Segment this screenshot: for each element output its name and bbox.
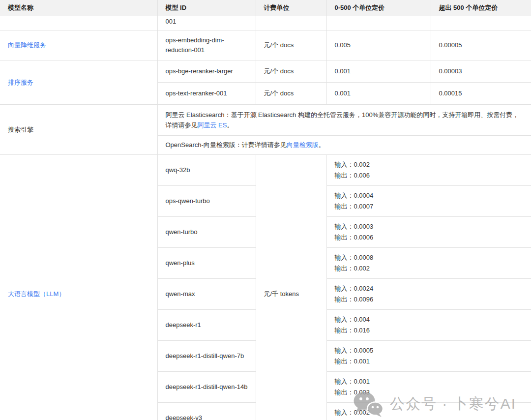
cell-search-engine-opensearch: OpenSearch-向量检索版：计费详情请参见向量检索版。 [157,136,531,155]
cell-model-id: deepseek-r1 [157,310,256,341]
input-price-label: 输入： [335,316,354,323]
output-price-value: 0.0006 [354,234,374,241]
cell-price-over-500: 0.00003 [431,60,531,83]
input-price-value: 0.004 [354,316,370,323]
output-price-label: 输出： [335,389,354,396]
cell-llm-pricing: 输入：0.0024 输出：0.0096 [326,279,531,310]
cell-model-id: ops-embedding-dim-reduction-001 [157,30,256,60]
cell-price-0-500: 0.005 [326,30,431,60]
cell-model-id: deepseek-r1-distill-qwen-7b [157,341,256,372]
input-price-value: 0.0008 [354,254,374,261]
column-header-model-name: 模型名称 [0,0,157,16]
input-price-value: 0.0005 [354,347,374,354]
link-llm[interactable]: 大语言模型（LLM） [8,290,65,298]
cell-price-0-500: 0.001 [326,60,431,83]
cell-llm-pricing: 输入：0.0008 输出：0.002 [326,248,531,279]
output-price-label: 输出： [335,327,354,334]
output-price-label: 输出： [335,265,354,272]
input-price-value: 0.002 [354,161,370,168]
column-header-billing-unit: 计费单位 [256,0,326,16]
pricing-table: 模型名称 模型 ID 计费单位 0-500 个单位定价 超出 500 个单位定价… [0,0,531,420]
table-row-dim-reduction: 向量降维服务 ops-embedding-dim-reduction-001 元… [0,30,531,60]
output-price-label: 输出： [335,358,354,365]
cell-category-name: 排序服务 [0,60,157,105]
cell-model-id: qwen-turbo [157,217,256,248]
output-price-label: 输出： [335,172,354,179]
output-price-value: 0.006 [354,172,370,179]
output-price-value: 0.016 [354,327,370,334]
column-header-price-over-500: 超出 500 个单位定价 [431,0,531,16]
opensearch-description: OpenSearch-向量检索版：计费详情请参见 [166,141,287,149]
cell-llm-pricing: 输入：0.002 输出：0.008 [326,403,531,420]
input-price-label: 输入： [335,285,354,292]
output-price-value: 0.001 [354,358,370,365]
input-price-label: 输入： [335,347,354,354]
input-price-label: 输入： [335,378,354,385]
cell-model-id: ops-bge-reranker-larger [157,60,256,83]
cell-model-id: qwen-plus [157,248,256,279]
cell-search-engine-es: 阿里云 Elasticsearch：基于开源 Elasticsearch 构建的… [157,105,531,136]
cell-price-0-500: 0.001 [326,83,431,105]
cell-billing-unit: 元/个 docs [256,83,326,105]
cell-category-name: 搜索引擎 [0,105,157,155]
output-price-value: 0.003 [354,389,370,396]
search-engine-label: 搜索引擎 [8,126,33,133]
cell-model-id: ops-qwen-turbo [157,186,256,217]
link-vector-search[interactable]: 向量检索版 [287,141,319,149]
cell-billing-unit: 元/千 tokens [256,155,326,420]
cell-model-id: qwq-32b [157,155,256,186]
input-price-label: 输入： [335,161,354,168]
table-row-llm-1: 大语言模型（LLM） qwq-32b 元/千 tokens 输入：0.002 输… [0,155,531,186]
table-row-search-engine-1: 搜索引擎 阿里云 Elasticsearch：基于开源 Elasticsearc… [0,105,531,136]
table-row-partial: 001 [0,16,531,30]
cell-price-over-500: 0.00005 [431,30,531,60]
cell-llm-pricing: 输入：0.0003 输出：0.0006 [326,217,531,248]
output-price-value: 0.002 [354,265,370,272]
cell-model-id: ops-text-reranker-001 [157,83,256,105]
output-price-label: 输出： [335,203,354,210]
link-dim-reduction-service[interactable]: 向量降维服务 [8,41,46,49]
cell-price-over-500: 0.00015 [431,83,531,105]
cell-model-id: qwen-max [157,279,256,310]
input-price-label: 输入： [335,223,354,230]
cell-category-name: 大语言模型（LLM） [0,155,157,420]
cell-billing-unit: 元/个 docs [256,60,326,83]
output-price-value: 0.0007 [354,203,374,210]
cell-empty [326,16,431,30]
output-price-label: 输出： [335,234,354,241]
cell-category-name: 向量降维服务 [0,30,157,60]
cell-empty [431,16,531,30]
es-description-end: 。 [227,121,233,129]
cell-model-id: deepseek-r1-distill-qwen-14b [157,372,256,403]
column-header-model-id: 模型 ID [157,0,256,16]
input-price-value: 0.0003 [354,223,374,230]
input-price-label: 输入： [335,192,354,199]
input-price-value: 0.001 [354,378,370,385]
cell-model-id: deepseek-v3 [157,403,256,420]
cell-llm-pricing: 输入：0.0004 输出：0.0007 [326,186,531,217]
cell-empty [256,16,326,30]
cell-llm-pricing: 输入：0.0005 输出：0.001 [326,341,531,372]
cell-model-id-tail: 001 [157,16,256,30]
header-row: 模型名称 模型 ID 计费单位 0-500 个单位定价 超出 500 个单位定价 [0,0,531,16]
input-price-value: 0.0004 [354,192,374,199]
cell-empty-name [0,16,157,30]
cell-llm-pricing: 输入：0.001 输出：0.003 [326,372,531,403]
cell-llm-pricing: 输入：0.004 输出：0.016 [326,310,531,341]
column-header-price-0-500: 0-500 个单位定价 [326,0,431,16]
input-price-value: 0.0024 [354,285,374,292]
cell-billing-unit: 元/个 docs [256,30,326,60]
output-price-value: 0.0096 [354,296,374,303]
link-aliyun-es[interactable]: 阿里云 ES [198,121,227,129]
input-price-label: 输入： [335,254,354,261]
opensearch-description-end: 。 [319,141,325,149]
output-price-label: 输出： [335,296,354,303]
input-price-value: 0.002 [354,409,370,416]
link-rerank-service[interactable]: 排序服务 [8,79,33,86]
table-row-rerank-1: 排序服务 ops-bge-reranker-larger 元/个 docs 0.… [0,60,531,83]
input-price-label: 输入： [335,409,354,416]
cell-llm-pricing: 输入：0.002 输出：0.006 [326,155,531,186]
